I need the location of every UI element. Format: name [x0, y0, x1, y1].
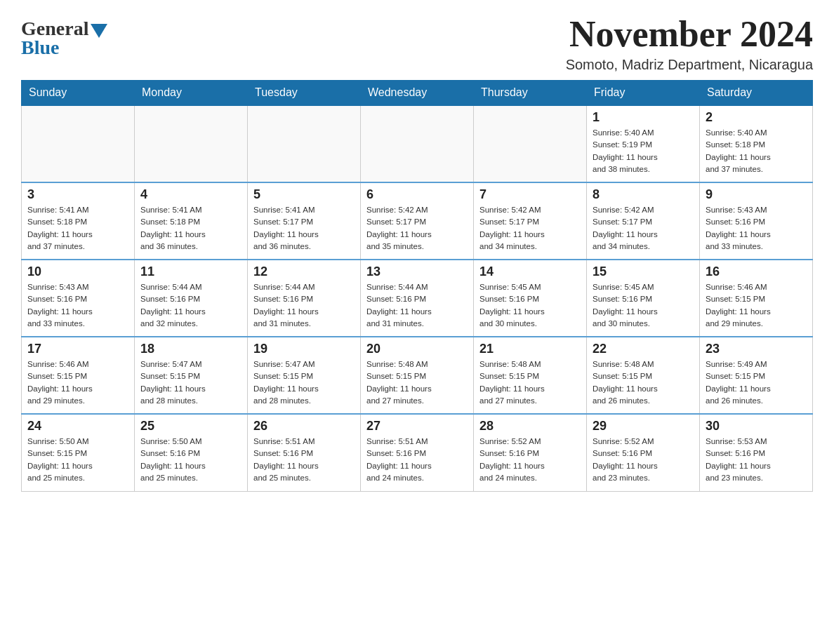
week-row-2: 3Sunrise: 5:41 AMSunset: 5:18 PMDaylight… — [22, 182, 813, 260]
day-number: 26 — [253, 419, 355, 434]
calendar-cell — [22, 105, 135, 182]
calendar-cell: 2Sunrise: 5:40 AMSunset: 5:18 PMDaylight… — [700, 105, 813, 182]
calendar-cell: 17Sunrise: 5:46 AMSunset: 5:15 PMDayligh… — [22, 337, 135, 414]
day-info: Sunrise: 5:44 AMSunset: 5:16 PMDaylight:… — [253, 281, 355, 330]
calendar-cell: 26Sunrise: 5:51 AMSunset: 5:16 PMDayligh… — [248, 414, 361, 491]
day-number: 1 — [593, 110, 694, 125]
day-number: 21 — [479, 342, 581, 356]
week-row-3: 10Sunrise: 5:43 AMSunset: 5:16 PMDayligh… — [22, 260, 813, 337]
day-info: Sunrise: 5:41 AMSunset: 5:18 PMDaylight:… — [140, 204, 241, 253]
day-info: Sunrise: 5:41 AMSunset: 5:18 PMDaylight:… — [27, 204, 128, 253]
day-number: 15 — [593, 264, 694, 279]
day-number: 9 — [706, 187, 807, 202]
weekday-header-monday: Monday — [135, 81, 248, 106]
day-info: Sunrise: 5:52 AMSunset: 5:16 PMDaylight:… — [593, 436, 694, 484]
week-row-1: 1Sunrise: 5:40 AMSunset: 5:19 PMDaylight… — [22, 105, 813, 182]
weekday-header-wednesday: Wednesday — [361, 81, 474, 106]
calendar-cell: 5Sunrise: 5:41 AMSunset: 5:17 PMDaylight… — [248, 182, 361, 260]
calendar-cell: 10Sunrise: 5:43 AMSunset: 5:16 PMDayligh… — [22, 260, 135, 337]
day-number: 18 — [140, 342, 241, 356]
day-number: 12 — [253, 264, 355, 279]
day-info: Sunrise: 5:45 AMSunset: 5:16 PMDaylight:… — [593, 281, 694, 330]
calendar-cell: 14Sunrise: 5:45 AMSunset: 5:16 PMDayligh… — [474, 260, 587, 337]
calendar-cell — [135, 105, 248, 182]
calendar-cell — [361, 105, 474, 182]
day-number: 4 — [140, 187, 241, 202]
calendar-cell: 22Sunrise: 5:48 AMSunset: 5:15 PMDayligh… — [587, 337, 700, 414]
day-number: 30 — [706, 419, 807, 434]
day-info: Sunrise: 5:42 AMSunset: 5:17 PMDaylight:… — [366, 204, 468, 253]
weekday-header-row: SundayMondayTuesdayWednesdayThursdayFrid… — [22, 81, 813, 106]
calendar-cell: 16Sunrise: 5:46 AMSunset: 5:15 PMDayligh… — [700, 260, 813, 337]
day-number: 6 — [366, 187, 468, 202]
calendar-cell: 18Sunrise: 5:47 AMSunset: 5:15 PMDayligh… — [135, 337, 248, 414]
calendar-cell: 20Sunrise: 5:48 AMSunset: 5:15 PMDayligh… — [361, 337, 474, 414]
calendar-cell: 27Sunrise: 5:51 AMSunset: 5:16 PMDayligh… — [361, 414, 474, 491]
calendar-cell: 24Sunrise: 5:50 AMSunset: 5:15 PMDayligh… — [22, 414, 135, 491]
calendar-cell: 7Sunrise: 5:42 AMSunset: 5:17 PMDaylight… — [474, 182, 587, 260]
weekday-header-saturday: Saturday — [700, 81, 813, 106]
day-number: 7 — [479, 187, 581, 202]
day-number: 14 — [479, 264, 581, 279]
day-info: Sunrise: 5:48 AMSunset: 5:15 PMDaylight:… — [366, 358, 468, 407]
calendar-cell: 6Sunrise: 5:42 AMSunset: 5:17 PMDaylight… — [361, 182, 474, 260]
logo-blue-text: Blue — [21, 36, 59, 59]
calendar-cell: 30Sunrise: 5:53 AMSunset: 5:16 PMDayligh… — [700, 414, 813, 491]
day-info: Sunrise: 5:43 AMSunset: 5:16 PMDaylight:… — [27, 281, 128, 330]
day-number: 10 — [27, 264, 128, 279]
day-number: 11 — [140, 264, 241, 279]
weekday-header-friday: Friday — [587, 81, 700, 106]
day-info: Sunrise: 5:41 AMSunset: 5:17 PMDaylight:… — [253, 204, 355, 253]
day-number: 24 — [27, 419, 128, 434]
day-info: Sunrise: 5:42 AMSunset: 5:17 PMDaylight:… — [479, 204, 581, 253]
calendar-cell: 12Sunrise: 5:44 AMSunset: 5:16 PMDayligh… — [248, 260, 361, 337]
day-number: 16 — [706, 264, 807, 279]
calendar-cell: 11Sunrise: 5:44 AMSunset: 5:16 PMDayligh… — [135, 260, 248, 337]
day-number: 17 — [27, 342, 128, 356]
day-info: Sunrise: 5:44 AMSunset: 5:16 PMDaylight:… — [140, 281, 241, 330]
calendar-cell: 13Sunrise: 5:44 AMSunset: 5:16 PMDayligh… — [361, 260, 474, 337]
calendar-cell — [248, 105, 361, 182]
calendar-cell: 15Sunrise: 5:45 AMSunset: 5:16 PMDayligh… — [587, 260, 700, 337]
day-info: Sunrise: 5:46 AMSunset: 5:15 PMDaylight:… — [27, 358, 128, 407]
day-info: Sunrise: 5:48 AMSunset: 5:15 PMDaylight:… — [479, 358, 581, 407]
day-number: 20 — [366, 342, 468, 356]
day-number: 13 — [366, 264, 468, 279]
day-number: 23 — [706, 342, 807, 356]
calendar-cell: 25Sunrise: 5:50 AMSunset: 5:16 PMDayligh… — [135, 414, 248, 491]
location-subtitle: Somoto, Madriz Department, Nicaragua — [566, 57, 813, 73]
day-info: Sunrise: 5:52 AMSunset: 5:16 PMDaylight:… — [479, 436, 581, 484]
day-info: Sunrise: 5:44 AMSunset: 5:16 PMDaylight:… — [366, 281, 468, 330]
day-info: Sunrise: 5:49 AMSunset: 5:15 PMDaylight:… — [706, 358, 807, 407]
calendar-cell: 23Sunrise: 5:49 AMSunset: 5:15 PMDayligh… — [700, 337, 813, 414]
day-number: 28 — [479, 419, 581, 434]
calendar-cell: 21Sunrise: 5:48 AMSunset: 5:15 PMDayligh… — [474, 337, 587, 414]
day-number: 3 — [27, 187, 128, 202]
title-area: November 2024 Somoto, Madriz Department,… — [566, 14, 813, 73]
day-info: Sunrise: 5:40 AMSunset: 5:18 PMDaylight:… — [706, 127, 807, 175]
calendar-cell: 4Sunrise: 5:41 AMSunset: 5:18 PMDaylight… — [135, 182, 248, 260]
logo: General Blue — [21, 14, 107, 59]
day-number: 2 — [706, 110, 807, 125]
day-info: Sunrise: 5:43 AMSunset: 5:16 PMDaylight:… — [706, 204, 807, 253]
week-row-5: 24Sunrise: 5:50 AMSunset: 5:15 PMDayligh… — [22, 414, 813, 491]
day-info: Sunrise: 5:42 AMSunset: 5:17 PMDaylight:… — [593, 204, 694, 253]
day-info: Sunrise: 5:53 AMSunset: 5:16 PMDaylight:… — [706, 436, 807, 484]
day-info: Sunrise: 5:40 AMSunset: 5:19 PMDaylight:… — [593, 127, 694, 175]
day-number: 5 — [253, 187, 355, 202]
day-info: Sunrise: 5:48 AMSunset: 5:15 PMDaylight:… — [593, 358, 694, 407]
week-row-4: 17Sunrise: 5:46 AMSunset: 5:15 PMDayligh… — [22, 337, 813, 414]
calendar-cell: 29Sunrise: 5:52 AMSunset: 5:16 PMDayligh… — [587, 414, 700, 491]
calendar-cell — [474, 105, 587, 182]
weekday-header-tuesday: Tuesday — [248, 81, 361, 106]
day-info: Sunrise: 5:51 AMSunset: 5:16 PMDaylight:… — [366, 436, 468, 484]
page-header: General Blue November 2024 Somoto, Madri… — [21, 14, 813, 73]
day-info: Sunrise: 5:51 AMSunset: 5:16 PMDaylight:… — [253, 436, 355, 484]
day-info: Sunrise: 5:47 AMSunset: 5:15 PMDaylight:… — [253, 358, 355, 407]
day-number: 22 — [593, 342, 694, 356]
calendar-cell: 8Sunrise: 5:42 AMSunset: 5:17 PMDaylight… — [587, 182, 700, 260]
day-info: Sunrise: 5:46 AMSunset: 5:15 PMDaylight:… — [706, 281, 807, 330]
calendar-cell: 9Sunrise: 5:43 AMSunset: 5:16 PMDaylight… — [700, 182, 813, 260]
calendar-cell: 19Sunrise: 5:47 AMSunset: 5:15 PMDayligh… — [248, 337, 361, 414]
calendar-table: SundayMondayTuesdayWednesdayThursdayFrid… — [21, 80, 813, 492]
